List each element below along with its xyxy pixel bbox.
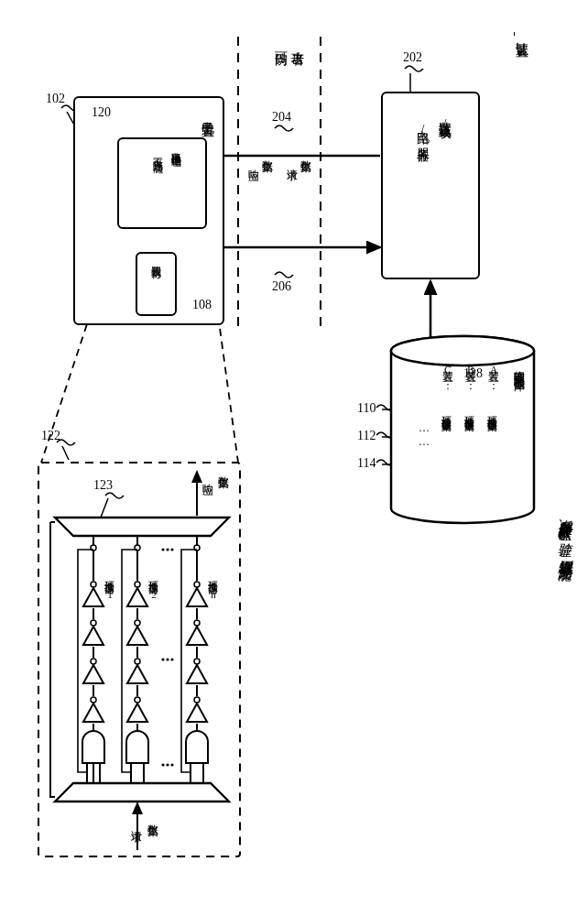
svg-point-31 (91, 620, 96, 626)
caption: 在后部署阶段阶段认证、验证、识别物理不可克隆功能 (556, 508, 573, 558)
svg-point-55 (170, 658, 173, 660)
puf-box: 电路延迟识物理 不可克隆功能 (117, 137, 207, 229)
title-auth-device: 认证装置 (513, 32, 529, 36)
auth-module-l1: 装置认证模块/ (436, 112, 452, 132)
svg-point-44 (135, 620, 140, 626)
label-resp: 响应 (245, 160, 261, 162)
label-attacker-1: 攻击者 (289, 41, 305, 44)
svg-point-52 (170, 763, 173, 766)
db-row-c-r: 环形振荡器数据集 (440, 408, 453, 415)
db-row-c-l: 装置C： (440, 362, 455, 389)
db-row-b-l: 装置B： (463, 362, 478, 389)
puf-l2: 不可克隆功能 (151, 150, 165, 156)
label-req: 请求 (284, 160, 299, 162)
svg-line-14 (62, 446, 69, 460)
label-ds-req-1: 数据集 (145, 815, 160, 818)
title-electronic-device: 电子装置 (199, 112, 215, 115)
label-ron: 环形振荡器-n (206, 572, 220, 601)
puf-l1: 电路延迟识物理 (169, 144, 183, 150)
svg-point-58 (170, 548, 173, 551)
svg-point-29 (91, 659, 96, 664)
ref-122: 122 (41, 429, 60, 443)
db-row-a-l: 装置A： (485, 362, 501, 389)
label-ro1: 环形振荡器-1 (103, 572, 116, 601)
svg-point-68 (194, 582, 200, 587)
svg-point-64 (194, 659, 200, 664)
ref-120: 120 (92, 105, 111, 120)
label-attacker-2: 可访问 (272, 41, 289, 44)
svg-point-54 (166, 658, 169, 660)
ref-123: 123 (93, 478, 113, 493)
ref-202: 202 (403, 50, 422, 65)
ref-204: 204 (272, 110, 291, 125)
ref-110: 110 (357, 401, 376, 416)
db-ellipsis: …… (417, 421, 430, 449)
label-ds-req-2: 请求 (128, 822, 144, 823)
ref-102: 102 (46, 92, 65, 106)
auth-module-box: 装置认证模块/ 电路/服务器 (381, 92, 480, 279)
ref-112: 112 (357, 429, 376, 443)
auth-module-l2: 电路/服务器 (414, 121, 430, 140)
ref-206: 206 (272, 279, 291, 294)
svg-point-66 (194, 620, 200, 626)
svg-point-53 (161, 658, 164, 660)
db-title: 物理不可克隆功能数据库 (511, 362, 527, 372)
db-row-b-r: 环形振荡器数据集 (463, 408, 476, 415)
label-resp-dataset: 数据集 (259, 151, 275, 154)
svg-point-42 (135, 659, 140, 664)
svg-point-57 (166, 548, 169, 551)
ref-114: 114 (357, 456, 376, 471)
label-ds-resp-1: 数据集 (215, 467, 231, 470)
svg-point-62 (194, 697, 200, 703)
label-req-dataset: 数据集 (298, 151, 313, 154)
svg-point-33 (91, 582, 96, 587)
svg-point-27 (91, 697, 96, 703)
svg-point-40 (135, 697, 140, 703)
svg-point-46 (135, 582, 140, 587)
device-id-label: 装置识别符 (149, 257, 163, 262)
ref-108: 108 (192, 298, 212, 312)
label-ds-resp-2: 响应 (200, 474, 215, 476)
db-row-a-r: 环形振荡器数据集 (485, 408, 499, 415)
svg-point-51 (166, 763, 169, 766)
svg-point-56 (161, 548, 164, 551)
svg-point-50 (161, 763, 164, 766)
device-id-box: 装置识别符 (136, 252, 177, 316)
label-ro2: 环形振荡器-2 (147, 572, 160, 601)
